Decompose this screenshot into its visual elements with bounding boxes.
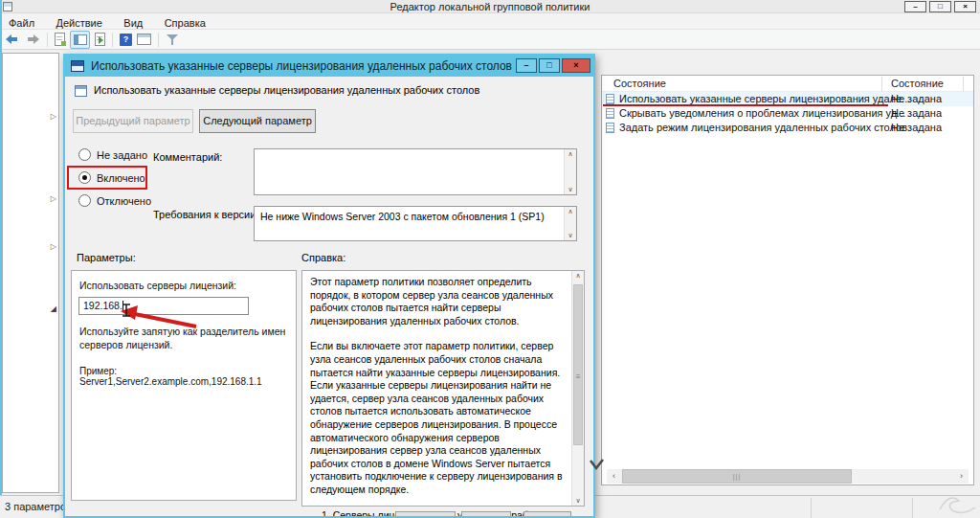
- scroll-down-icon[interactable]: ∨: [565, 232, 576, 239]
- minimize-button[interactable]: –: [904, 1, 926, 12]
- dialog-bottom-button-ok[interactable]: [395, 511, 456, 518]
- horizontal-scrollbar: ‹ ||| ›: [607, 469, 969, 484]
- tree-expanded-icon[interactable]: ◢: [51, 305, 56, 313]
- options-label: Параметры:: [77, 252, 136, 263]
- help-icon[interactable]: ?: [120, 34, 132, 46]
- dialog-icon: [71, 60, 84, 72]
- column-resizer[interactable]: [963, 77, 964, 91]
- filter-icon[interactable]: [166, 33, 179, 46]
- license-servers-label: Использовать серверы лицензий:: [79, 280, 236, 291]
- row-state: Не задана: [891, 106, 942, 121]
- row-name: Скрывать уведомления о проблемах лицензи…: [619, 106, 905, 121]
- statusbar-separator: [912, 498, 913, 518]
- red-box-annotation: [67, 166, 147, 190]
- column-header-state[interactable]: Состояние: [891, 77, 944, 91]
- console-tree-panel: ▷ ▷ ▷ ◢: [2, 53, 59, 493]
- dialog-title: Использовать указанные серверы лицензиро…: [91, 56, 512, 77]
- help-paragraph: Этот параметр политики позволяет определ…: [310, 276, 566, 327]
- radio-label: Отключено: [97, 193, 151, 209]
- comment-label: Комментарий:: [153, 151, 222, 163]
- help-paragraph: Если вы включаете этот параметр политики…: [310, 340, 566, 496]
- help-scrollbar[interactable]: ∧ ≡ ∨: [571, 271, 584, 506]
- supported-on-textarea[interactable]: Не ниже Windows Server 2003 с пакетом об…: [254, 206, 577, 241]
- scroll-up-icon[interactable]: ∧: [572, 272, 584, 280]
- radio-circle[interactable]: [78, 194, 91, 207]
- help-panel: Этот параметр политики позволяет определ…: [301, 270, 585, 507]
- dialog-bottom-button-apply[interactable]: [523, 511, 571, 518]
- list-row-licensing-mode[interactable]: Задать режим лицензирования удаленных ра…: [602, 121, 973, 135]
- scroll-down-icon[interactable]: ∨: [572, 497, 584, 505]
- license-servers-input[interactable]: 192.168.: [78, 297, 249, 315]
- example-note: Пример: Server1,Server2.example.com,192.…: [79, 366, 296, 387]
- radio-circle[interactable]: [78, 148, 91, 161]
- show-console-tree-icon[interactable]: [70, 31, 90, 49]
- list-header: Состояние Состояние: [602, 76, 973, 92]
- maximize-button[interactable]: □: [929, 1, 951, 12]
- forward-icon[interactable]: [25, 32, 40, 47]
- setting-icon: [75, 85, 87, 97]
- supported-on-label: Требования к версии:: [153, 209, 258, 220]
- supported-scrollbar[interactable]: ∧ ∨: [564, 207, 576, 240]
- policy-setting-icon: [606, 123, 614, 133]
- scroll-right-icon[interactable]: ›: [954, 469, 969, 484]
- separator-note: Используйте запятую как разделитель имен…: [79, 325, 288, 351]
- dialog-bottom-button-cancel[interactable]: [461, 511, 511, 518]
- column-header-setting[interactable]: Состояние: [613, 77, 666, 91]
- help-text: Этот параметр политики позволяет определ…: [302, 271, 571, 506]
- toolbar: ?: [0, 30, 980, 50]
- row-state: Не задана: [891, 121, 942, 135]
- window-title: Редактор локальной групповой политики: [0, 0, 980, 13]
- scrollbar-thumb[interactable]: |||: [622, 469, 852, 484]
- scroll-down-icon[interactable]: ∨: [565, 186, 576, 193]
- row-state: Не задана: [891, 92, 942, 106]
- properties-window-icon[interactable]: [137, 34, 151, 45]
- scrollbar-thumb[interactable]: ≡: [573, 284, 583, 445]
- help-label: Справка:: [301, 252, 345, 263]
- status-text: 3 параметров: [5, 496, 72, 518]
- settings-list-panel: Состояние Состояние Использовать указанн…: [601, 75, 974, 485]
- statusbar-separator: [811, 498, 812, 518]
- scroll-up-icon[interactable]: ∧: [565, 208, 576, 215]
- window-edge-accent: [0, 0, 2, 518]
- setting-title: Использовать указанные серверы лицензиро…: [94, 84, 479, 96]
- policy-setting-icon: [606, 94, 614, 104]
- policy-setting-icon: [606, 108, 614, 119]
- tree-expand-icon[interactable]: ▷: [51, 195, 56, 203]
- main-titlebar: Редактор локальной групповой политики – …: [0, 0, 980, 13]
- export-list-icon[interactable]: [95, 33, 105, 46]
- text-caret: [122, 301, 123, 311]
- thumb-grip-icon: ≡: [574, 373, 582, 381]
- toolbar-separator: [112, 33, 113, 47]
- row-name: Задать режим лицензирования удаленных ра…: [619, 121, 907, 135]
- comment-textarea[interactable]: ∧ ∨: [254, 148, 577, 195]
- close-button[interactable]: ×: [954, 1, 976, 12]
- back-icon[interactable]: [5, 32, 20, 47]
- next-setting-button[interactable]: Следующий параметр: [199, 109, 316, 133]
- dialog-close-button[interactable]: ×: [562, 58, 590, 73]
- edit-document-icon[interactable]: [55, 33, 65, 46]
- group-policy-editor-window: Редактор локальной групповой политики – …: [0, 0, 980, 518]
- toolbar-separator: [47, 33, 48, 47]
- radio-label: Не задано: [97, 147, 147, 163]
- license-servers-value: 192.168.: [83, 300, 122, 311]
- red-underline-annotation: [603, 104, 888, 106]
- scroll-up-icon[interactable]: ∧: [565, 150, 576, 158]
- dialog-maximize-button[interactable]: □: [539, 58, 560, 73]
- toolbar-separator: [158, 33, 159, 47]
- supported-on-value: Не ниже Windows Server 2003 с пакетом об…: [260, 211, 559, 222]
- tree-expand-icon[interactable]: ▷: [51, 243, 56, 251]
- dialog-minimize-button[interactable]: –: [516, 58, 537, 73]
- list-row-hide-notifications[interactable]: Скрывать уведомления о проблемах лицензи…: [602, 106, 973, 121]
- dialog-titlebar: Использовать указанные серверы лицензиро…: [65, 56, 593, 77]
- options-panel: Использовать серверы лицензий: 192.168. …: [71, 270, 297, 501]
- tree-expand-icon[interactable]: ▷: [51, 113, 56, 121]
- comment-scrollbar[interactable]: ∧ ∨: [564, 149, 576, 194]
- app-icon: [3, 2, 12, 11]
- policy-setting-dialog: Использовать указанные серверы лицензиро…: [63, 54, 595, 518]
- previous-setting-button[interactable]: Предыдущий параметр: [73, 109, 193, 133]
- column-resizer[interactable]: [881, 77, 882, 91]
- menubar: Файл Действие Вид Справка: [0, 13, 980, 30]
- scroll-left-icon[interactable]: ‹: [607, 469, 621, 484]
